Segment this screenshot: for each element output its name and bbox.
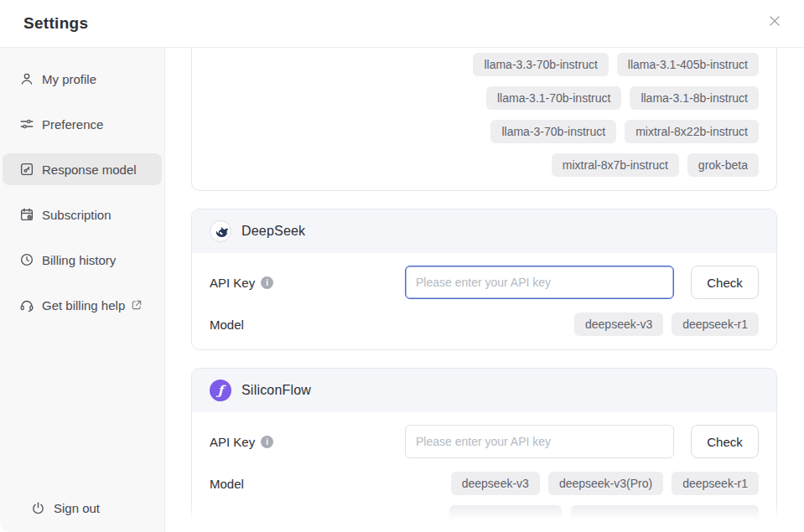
sidebar-item-preference[interactable]: Preference [3, 108, 162, 140]
key-icon [18, 162, 34, 178]
sign-out-button[interactable]: Sign out [0, 493, 164, 522]
model-chip[interactable]: deepseek-v3 [451, 472, 540, 495]
model-chip-row: llama-3-70b-instruct mixtral-8x22b-instr… [210, 120, 759, 143]
model-chip-row: llama-3.1-70b-instruct llama-3.1-8b-inst… [210, 86, 759, 110]
sidebar-item-label: Get billing help [42, 298, 125, 312]
api-key-row: API Key i Check [210, 425, 759, 458]
model-label: Model [210, 477, 405, 491]
provider-body: API Key i Check Model deepseek-v3 deepse… [192, 253, 776, 349]
provider-header: ƒ SiliconFlow [192, 369, 776, 412]
deepseek-logo-icon [210, 220, 231, 242]
info-icon[interactable]: i [261, 436, 273, 448]
provider-header: DeepSeek [192, 209, 776, 253]
model-row: Model deepseek-v3 deepseek-r1 [210, 312, 759, 337]
model-chip-row: llama-3.3-70b-instruct llama-3.1-405b-in… [210, 53, 759, 76]
model-chip[interactable]: llama-3.1-8b-instruct [630, 86, 759, 110]
sign-out-label: Sign out [54, 501, 100, 515]
provider-name: SiliconFlow [241, 383, 311, 398]
external-link-icon [131, 299, 143, 311]
model-chip[interactable]: grok-beta [687, 153, 759, 177]
check-button[interactable]: Check [691, 266, 759, 299]
model-chip[interactable]: deepseek-v3 [574, 312, 663, 336]
provider-card-deepseek: DeepSeek API Key i Check Model [191, 209, 777, 350]
sidebar-item-get-billing-help[interactable]: Get billing help [3, 289, 162, 321]
settings-dialog: Settings My profile Preference [0, 0, 804, 532]
provider-name: DeepSeek [241, 224, 305, 239]
sidebar-item-label: Subscription [42, 208, 112, 222]
provider-card-siliconflow: ƒ SiliconFlow API Key i Check [191, 368, 777, 532]
model-row: Model deepseek-v3 deepseek-v3(Pro) deeps… [210, 471, 759, 496]
info-icon[interactable]: i [261, 276, 273, 289]
model-chip-row: deepseek-v3 deepseek-r1 [405, 312, 759, 336]
provider-body: API Key i Check Model deepseek-v3 deepse… [192, 412, 776, 532]
sidebar-item-label: Billing history [42, 253, 116, 267]
model-chip-partial[interactable] [449, 505, 562, 529]
close-icon[interactable] [765, 12, 784, 30]
api-key-input[interactable] [405, 266, 674, 299]
sidebar-item-label: My profile [42, 72, 96, 86]
sidebar-item-subscription[interactable]: Subscription [3, 199, 162, 230]
api-key-input[interactable] [405, 425, 674, 458]
page-title: Settings [23, 14, 88, 33]
sidebar-item-label: Response model [42, 163, 137, 177]
dialog-body: My profile Preference Response model Sub… [0, 48, 804, 532]
sidebar: My profile Preference Response model Sub… [0, 48, 165, 532]
model-chip-partial[interactable] [571, 505, 759, 529]
model-chip[interactable]: llama-3.1-70b-instruct [486, 86, 621, 110]
sliders-icon [18, 116, 34, 132]
model-chip[interactable]: llama-3-70b-instruct [490, 120, 616, 143]
model-chip-row-partial [210, 505, 759, 529]
model-chip[interactable]: deepseek-v3(Pro) [548, 472, 663, 495]
calendar-icon [18, 207, 34, 223]
sidebar-item-response-model[interactable]: Response model [3, 153, 162, 185]
dialog-header: Settings [0, 0, 804, 48]
model-chip[interactable]: deepseek-r1 [672, 472, 759, 495]
clock-icon [18, 252, 34, 268]
model-label: Model [210, 318, 405, 332]
sidebar-item-billing-history[interactable]: Billing history [3, 244, 162, 276]
sidebar-item-my-profile[interactable]: My profile [3, 63, 162, 95]
model-chip[interactable]: llama-3.1-405b-instruct [617, 53, 759, 76]
siliconflow-logo-icon: ƒ [210, 380, 231, 401]
check-button[interactable]: Check [691, 425, 759, 458]
api-key-row: API Key i Check [210, 266, 759, 299]
model-chip[interactable]: deepseek-r1 [672, 312, 759, 336]
headset-icon [18, 297, 34, 313]
api-key-label: API Key i [210, 435, 405, 449]
power-icon [31, 501, 45, 515]
user-icon [18, 71, 34, 87]
settings-content: llama-3.3-70b-instruct llama-3.1-405b-in… [165, 48, 804, 532]
model-chip-row: mixtral-8x7b-instruct grok-beta [210, 153, 759, 177]
model-chip-row: deepseek-v3 deepseek-v3(Pro) deepseek-r1 [405, 472, 759, 495]
api-key-label: API Key i [210, 276, 405, 290]
model-chip[interactable]: mixtral-8x22b-instruct [625, 120, 759, 143]
provider-card-clipped: llama-3.3-70b-instruct llama-3.1-405b-in… [191, 48, 777, 191]
model-chip[interactable]: mixtral-8x7b-instruct [552, 153, 679, 177]
sidebar-item-label: Preference [42, 117, 103, 132]
model-chip[interactable]: llama-3.3-70b-instruct [473, 53, 608, 76]
